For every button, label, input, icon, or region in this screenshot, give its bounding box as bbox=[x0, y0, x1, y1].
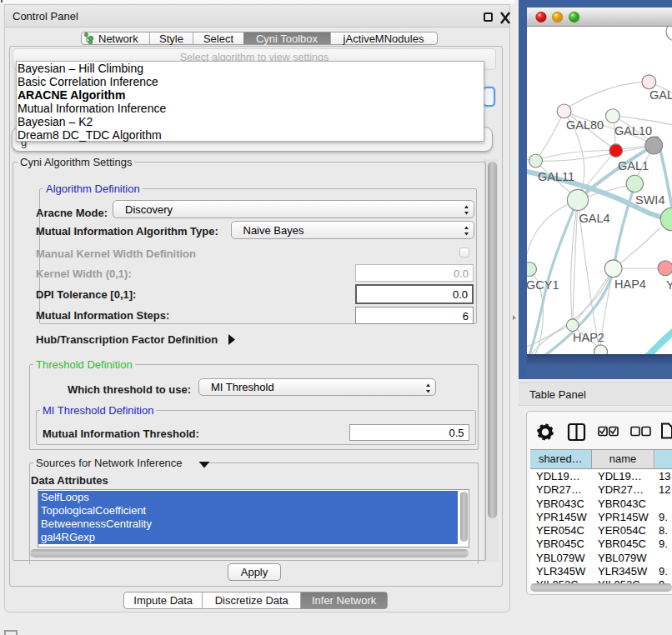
svg-text:HAP2: HAP2 bbox=[573, 331, 604, 344]
svg-text:Y: Y bbox=[666, 278, 672, 292]
svg-text:SWI4: SWI4 bbox=[635, 193, 664, 207]
svg-text:GAL10: GAL10 bbox=[614, 124, 652, 138]
svg-text:GAL4: GAL4 bbox=[579, 212, 610, 225]
svg-text:GCY1: GCY1 bbox=[527, 278, 559, 292]
svg-text:GAL11: GAL11 bbox=[538, 170, 574, 183]
svg-text:GAL1: GAL1 bbox=[618, 159, 649, 172]
svg-text:HAP4: HAP4 bbox=[614, 278, 646, 291]
svg-text:GAL7: GAL7 bbox=[649, 88, 672, 102]
svg-text:GAL80: GAL80 bbox=[566, 118, 604, 132]
